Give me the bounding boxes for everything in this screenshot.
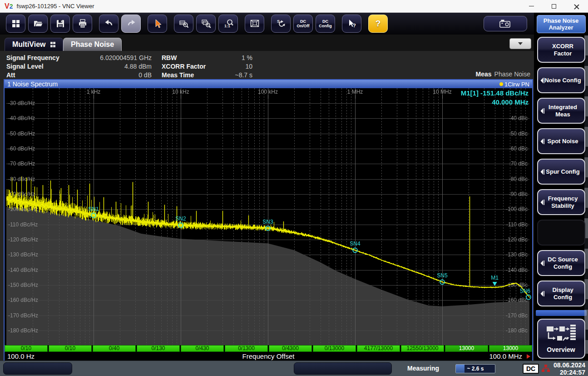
open-button[interactable] xyxy=(28,15,48,33)
print-button[interactable] xyxy=(73,15,92,33)
help-cursor-icon: ? xyxy=(347,19,357,29)
measurement-header: Signal Frequency6.020004591 GHzSignal Le… xyxy=(0,51,534,79)
sweep-segment: 13000 xyxy=(445,345,488,352)
measurement-progress: ~ 2.6 s xyxy=(455,364,495,373)
tab-phase-noise[interactable]: Phase Noise xyxy=(63,38,122,51)
info-row[interactable]: Att0 dB xyxy=(6,70,152,79)
meas-mode-readout: MeasPhase Noise xyxy=(476,70,530,78)
help-button[interactable]: ? xyxy=(368,15,388,33)
redo-button[interactable] xyxy=(121,15,141,33)
noise-spectrum-window: 1 Noise Spectrum 1Clrw PN 0/100/100/400/… xyxy=(4,79,533,361)
softkey-display-config[interactable]: Display Config xyxy=(537,281,585,306)
windows-menu-button[interactable] xyxy=(6,15,25,33)
softkey-frequency-stability[interactable]: Frequency Stability xyxy=(537,189,585,215)
info-row[interactable]: Signal Frequency6.020004591 GHz xyxy=(6,53,152,62)
info-row[interactable]: Meas Time~8.7 s xyxy=(162,70,252,79)
svg-text:?: ? xyxy=(353,23,356,28)
softkey-sidebar: Phase Noise Analyzer XCORR FactorNoise C… xyxy=(534,13,588,361)
softkey-label: Frequency Stability xyxy=(544,195,582,210)
softkey-spot-noise[interactable]: Spot Noise xyxy=(537,128,585,154)
undo-button[interactable] xyxy=(99,15,119,33)
info-label: Signal Frequency xyxy=(6,54,74,61)
multiview-grid-icon xyxy=(50,42,56,47)
zoom-table-icon xyxy=(179,19,189,29)
axis-end-value: 100.0 MHz xyxy=(489,352,522,360)
sweep-segment: 0/4300 xyxy=(269,345,312,352)
zoom-select-button[interactable] xyxy=(174,15,193,33)
softkey-integrated-meas[interactable]: Integrated Meas xyxy=(537,98,585,124)
context-help-button[interactable]: ? xyxy=(342,15,361,33)
softkey-spur-config[interactable]: Spur Config xyxy=(537,159,585,185)
printer-icon xyxy=(78,19,88,29)
question-icon: ? xyxy=(376,19,381,29)
softkey-xcorr-factor[interactable]: XCORR Factor xyxy=(537,37,585,63)
noise-spectrum-chart[interactable] xyxy=(5,88,532,345)
submenu-arrow-icon xyxy=(540,137,545,145)
submenu-arrow-icon xyxy=(540,290,545,298)
cursor-icon xyxy=(153,19,163,29)
frequency-axis: 100.0 Hz Frequency Offset 100.0 MHz xyxy=(5,352,532,361)
softkey-label: DC Source Config xyxy=(544,256,582,271)
measurement-state: Measuring xyxy=(407,365,439,372)
softkey-label: XCORR Factor xyxy=(544,43,582,57)
window-title: fswp26-101295 - VNC Viewer xyxy=(16,3,94,10)
display-layout-button[interactable] xyxy=(245,15,264,33)
info-row[interactable]: RBW1 % xyxy=(162,53,252,62)
info-row[interactable]: Signal Level4.88 dBm xyxy=(6,62,152,70)
sweep-segment: 12550/13000 xyxy=(401,345,444,352)
result-window-title: 1 Noise Spectrum xyxy=(7,80,58,88)
tab-multiview[interactable]: MultiView xyxy=(5,38,63,51)
axis-scroll-arrow-icon xyxy=(527,354,530,359)
softkey-dc-source-config[interactable]: DC Source Config xyxy=(537,250,585,276)
select-cursor-button[interactable] xyxy=(148,15,167,33)
screenshot-button[interactable] xyxy=(484,16,527,31)
sweep-segment: 0/130 xyxy=(137,345,180,352)
minimize-button[interactable] xyxy=(520,0,543,13)
sequencer-button[interactable]: S xyxy=(271,15,291,33)
svg-text:1:1: 1:1 xyxy=(224,24,230,28)
zoom-one-to-one-button[interactable]: 1:1 xyxy=(218,15,238,33)
overview-button[interactable]: Overview xyxy=(537,319,585,359)
redo-arrow-icon xyxy=(126,19,136,29)
undo-arrow-icon xyxy=(104,19,114,29)
info-label: XCORR Factor xyxy=(162,63,218,70)
status-slot-mid xyxy=(294,362,392,375)
maximize-button[interactable] xyxy=(543,0,565,13)
softkey-noise-config[interactable]: Noise Config xyxy=(537,67,585,93)
trace-legend: 1Clrw PN xyxy=(499,81,529,88)
app-mode-button[interactable]: Phase Noise Analyzer xyxy=(537,15,586,33)
info-value: 10 xyxy=(218,63,252,70)
sweep-segment: 0/10 xyxy=(5,345,48,352)
sweep-segment-bar: 0/100/100/400/1300/4300/13000/43000/1300… xyxy=(5,345,532,352)
vnc-logo-icon: V2 xyxy=(5,2,13,10)
overview-flow-icon xyxy=(546,324,576,344)
sweep-segment: 0/10 xyxy=(49,345,92,352)
axis-title: Frequency Offset xyxy=(5,352,532,360)
network-error-icon xyxy=(541,364,550,373)
info-label: Meas Time xyxy=(162,71,218,79)
window-dropdown-button[interactable] xyxy=(509,38,531,49)
zoom-table-multi-icon xyxy=(201,19,211,29)
softkey-label: Integrated Meas xyxy=(544,104,582,118)
save-button[interactable] xyxy=(50,15,70,33)
submenu-arrow-icon xyxy=(540,259,545,267)
softkey-blank xyxy=(537,220,585,246)
sweep-segment: 0/430 xyxy=(181,345,224,352)
dc-onoff-button[interactable]: DC On/Off xyxy=(293,15,313,33)
chevron-down-icon xyxy=(518,42,523,45)
info-label: RBW xyxy=(162,54,218,61)
close-button[interactable] xyxy=(565,0,588,13)
windows-icon xyxy=(11,19,21,29)
dc-config-button[interactable]: DC Config xyxy=(316,15,335,33)
status-slot-left xyxy=(3,362,72,375)
softkey-label: Spot Noise xyxy=(548,138,578,145)
result-window-titlebar[interactable]: 1 Noise Spectrum 1Clrw PN xyxy=(5,80,532,88)
sweep-segment: 13000 xyxy=(489,345,532,352)
submenu-arrow-icon xyxy=(540,107,545,115)
open-folder-icon xyxy=(33,19,43,29)
zoom-multiwindow-button[interactable] xyxy=(196,15,216,33)
screen-frame-icon xyxy=(250,19,260,29)
info-row[interactable]: XCORR Factor10 xyxy=(162,62,252,70)
instrument-toolbar: 1:1 S DC On/Off DC Config ? ? xyxy=(0,13,588,35)
softkey-label: Display Config xyxy=(544,286,582,301)
